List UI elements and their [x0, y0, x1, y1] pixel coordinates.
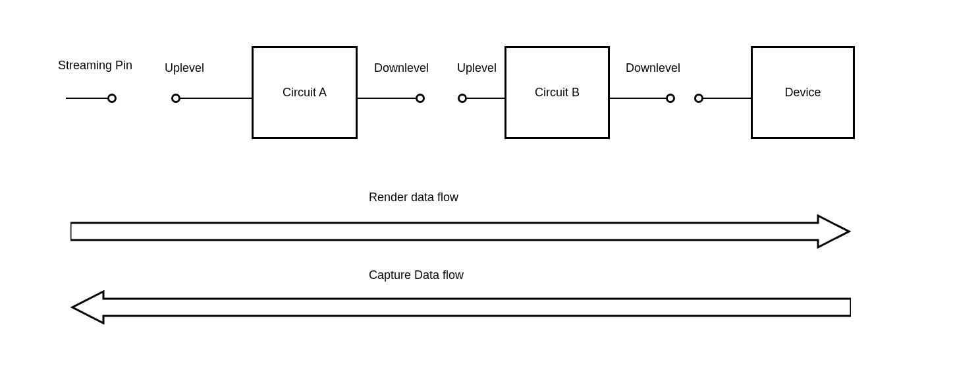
- downlevel-2-label: Downlevel: [626, 61, 680, 75]
- circuit-a-box: Circuit A: [252, 46, 358, 139]
- line-uplevel-2: [467, 98, 504, 99]
- capture-arrow-icon: [70, 290, 851, 324]
- line-downlevel-2: [610, 98, 666, 99]
- line-device: [703, 98, 751, 99]
- svg-marker-0: [70, 216, 849, 247]
- streaming-pin-label: Streaming Pin: [58, 59, 132, 73]
- capture-flow-label: Capture Data flow: [369, 268, 464, 282]
- uplevel-2-label: Uplevel: [457, 61, 497, 75]
- line-streaming: [66, 98, 107, 99]
- downlevel-1-label: Downlevel: [374, 61, 429, 75]
- pin-device-in: [694, 94, 703, 103]
- pin-uplevel-2: [458, 94, 467, 103]
- circuit-b-label: Circuit B: [535, 86, 580, 100]
- pin-downlevel-1: [416, 94, 425, 103]
- pin-downlevel-2: [666, 94, 675, 103]
- line-uplevel-1: [180, 98, 252, 99]
- render-flow-label: Render data flow: [369, 191, 458, 204]
- pin-streaming: [107, 94, 117, 103]
- device-label: Device: [784, 86, 821, 100]
- line-downlevel-1: [358, 98, 416, 99]
- uplevel-1-label: Uplevel: [165, 61, 204, 75]
- render-arrow-icon: [70, 214, 851, 249]
- circuit-a-label: Circuit A: [283, 86, 327, 100]
- pin-uplevel-1: [171, 94, 180, 103]
- svg-marker-1: [72, 291, 851, 323]
- circuit-b-box: Circuit B: [504, 46, 610, 139]
- device-box: Device: [751, 46, 855, 139]
